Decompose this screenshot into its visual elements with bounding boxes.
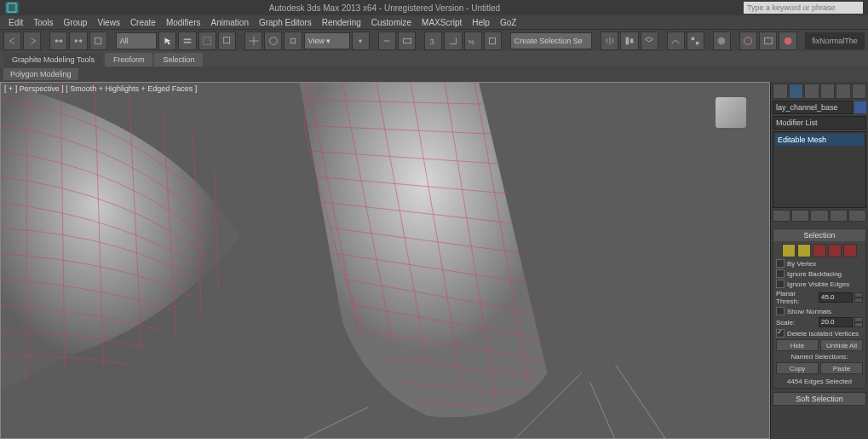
- ribbon-tab-selection[interactable]: Selection: [154, 53, 203, 66]
- stack-item-editable-mesh[interactable]: Editable Mesh: [775, 134, 864, 146]
- menu-views[interactable]: Views: [92, 18, 125, 27]
- soft-selection-header[interactable]: Soft Selection: [773, 393, 865, 405]
- modifier-script-label: fixNormalThe: [805, 32, 865, 49]
- subobj-element[interactable]: [843, 244, 857, 257]
- bind-button[interactable]: [89, 32, 107, 50]
- subobj-polygon[interactable]: [828, 244, 842, 257]
- move-button[interactable]: [244, 32, 262, 50]
- menu-rendering[interactable]: Rendering: [317, 18, 366, 27]
- hide-button[interactable]: Hide: [776, 339, 819, 351]
- viewport-label[interactable]: [ + ] Perspective ] [ Smooth + Highlight…: [4, 84, 197, 93]
- scale-down[interactable]: [854, 322, 863, 327]
- svg-text:%: %: [468, 38, 474, 45]
- view-cube[interactable]: [710, 91, 752, 134]
- by-vertex-checkbox[interactable]: [776, 259, 785, 268]
- select-button[interactable]: [158, 32, 176, 50]
- menu-tools[interactable]: Tools: [28, 18, 58, 27]
- scale-input[interactable]: 20.0: [819, 317, 853, 327]
- window-crossing-button[interactable]: [218, 32, 236, 50]
- ribbon-tab-freeform[interactable]: Freeform: [105, 53, 153, 66]
- menu-group[interactable]: Group: [59, 18, 93, 27]
- tab-hierarchy[interactable]: [804, 84, 819, 99]
- viewport[interactable]: [ + ] Perspective ] [ Smooth + Highlight…: [0, 82, 770, 439]
- layers-button[interactable]: [641, 32, 658, 50]
- delete-isolated-label: Delete Isolated Vertices: [787, 330, 859, 338]
- curve-editor-button[interactable]: [667, 32, 685, 50]
- render-setup-button[interactable]: [739, 32, 757, 50]
- schematic-button[interactable]: [687, 32, 704, 50]
- unhide-all-button[interactable]: Unhide All: [820, 339, 863, 351]
- tab-utilities[interactable]: [852, 84, 867, 99]
- material-editor-button[interactable]: [713, 32, 731, 50]
- named-selection-dropdown[interactable]: Create Selection Se: [510, 32, 593, 49]
- link-button[interactable]: [49, 32, 67, 50]
- help-search-input[interactable]: Type a keyword or phrase: [744, 2, 863, 14]
- menu-animation[interactable]: Animation: [205, 18, 253, 27]
- menu-create[interactable]: Create: [125, 18, 161, 27]
- undo-button[interactable]: [3, 32, 21, 50]
- stack-controls: [773, 210, 866, 225]
- menu-graph-editors[interactable]: Graph Editors: [254, 18, 317, 27]
- selection-filter-dropdown[interactable]: All: [116, 32, 157, 49]
- modifier-list-dropdown[interactable]: Modifier List: [773, 116, 866, 130]
- selection-rollout: Selection By Vertex Ignore Backfacing Ig…: [773, 228, 866, 389]
- menu-customize[interactable]: Customize: [366, 18, 417, 27]
- rotate-button[interactable]: [264, 32, 282, 50]
- object-name-input[interactable]: lay_channel_base: [773, 101, 853, 114]
- show-end-button[interactable]: [791, 210, 809, 222]
- svg-point-21: [718, 37, 726, 44]
- paste-button[interactable]: Paste: [820, 362, 863, 374]
- by-vertex-label: By Vertex: [787, 260, 816, 268]
- menu-modifiers[interactable]: Modifiers: [161, 18, 206, 27]
- copy-button[interactable]: Copy: [776, 362, 819, 374]
- ribbon-tab-graphite[interactable]: Graphite Modeling Tools: [3, 53, 103, 66]
- menu-goz[interactable]: GoZ: [495, 18, 521, 27]
- select-rect-button[interactable]: [198, 32, 216, 50]
- pivot-button[interactable]: [352, 32, 370, 50]
- ref-coord-dropdown[interactable]: View ▾: [304, 32, 350, 49]
- align-button[interactable]: [620, 32, 638, 50]
- ignore-visible-label: Ignore Visible Edges: [787, 280, 849, 288]
- ignore-visible-checkbox[interactable]: [776, 280, 785, 288]
- tab-display[interactable]: [836, 84, 851, 99]
- planar-thresh-input[interactable]: 45.0: [819, 292, 853, 303]
- keyboard-shortcut-button[interactable]: [398, 32, 416, 50]
- tab-modify[interactable]: [789, 84, 804, 99]
- unique-button[interactable]: [810, 210, 828, 222]
- snap-button[interactable]: 3: [424, 32, 442, 50]
- delete-isolated-checkbox[interactable]: [776, 329, 785, 338]
- spinner-snap-button[interactable]: [484, 32, 502, 50]
- remove-mod-button[interactable]: [830, 210, 848, 222]
- tab-motion[interactable]: [820, 84, 836, 99]
- tab-create[interactable]: [773, 84, 788, 99]
- show-normals-checkbox[interactable]: [776, 307, 785, 315]
- subobj-edge[interactable]: [797, 244, 811, 257]
- subobj-face[interactable]: [813, 244, 826, 257]
- configure-button[interactable]: [848, 210, 866, 222]
- manipulate-button[interactable]: [378, 32, 396, 50]
- planar-down[interactable]: [854, 297, 863, 303]
- selection-header[interactable]: Selection: [773, 229, 865, 241]
- color-swatch[interactable]: [854, 101, 866, 113]
- mirror-button[interactable]: [601, 32, 618, 50]
- ribbon-sub-polygon[interactable]: Polygon Modeling: [3, 68, 78, 80]
- percent-snap-button[interactable]: %: [464, 32, 482, 50]
- pin-stack-button[interactable]: [773, 210, 790, 222]
- unlink-button[interactable]: [69, 32, 87, 50]
- select-name-button[interactable]: [178, 32, 196, 50]
- menu-help[interactable]: Help: [467, 18, 495, 27]
- redo-button[interactable]: [23, 32, 41, 50]
- angle-snap-button[interactable]: [444, 32, 462, 50]
- ribbon-body: Polygon Modeling: [0, 66, 868, 82]
- app-logo: [5, 2, 19, 14]
- scale-button[interactable]: [284, 32, 302, 50]
- modifier-stack[interactable]: Editable Mesh: [773, 131, 866, 208]
- menu-edit[interactable]: Edit: [3, 18, 28, 27]
- ignore-backfacing-checkbox[interactable]: [776, 269, 785, 278]
- svg-point-4: [79, 39, 83, 43]
- render-frame-button[interactable]: [759, 32, 777, 50]
- svg-rect-17: [626, 37, 629, 44]
- render-button[interactable]: [779, 32, 796, 50]
- subobj-vertex[interactable]: [782, 244, 796, 257]
- menu-maxscript[interactable]: MAXScript: [417, 18, 467, 27]
